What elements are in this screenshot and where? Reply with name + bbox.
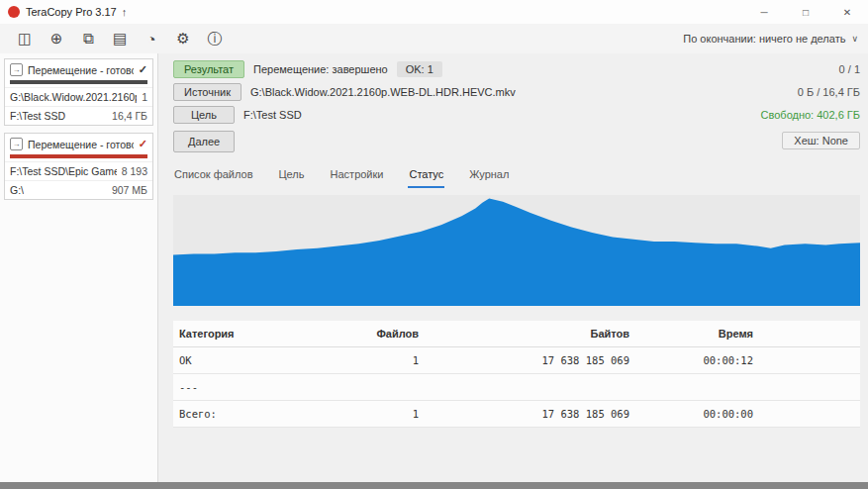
bytes-progress: 0 Б / 16,4 ГБ <box>798 86 860 98</box>
task-title: Перемещение - готово <box>28 139 134 150</box>
source-row: Источник G:\Black.Widow.2021.2160p.WEB-D… <box>173 83 860 101</box>
stats-row-separator: --- <box>173 374 860 401</box>
task-header: → Перемещение - готово ✓ <box>5 59 152 80</box>
ok-count-badge: OK: 1 <box>397 61 442 77</box>
info-icon[interactable]: ⓘ <box>200 26 230 51</box>
tab-target[interactable]: Цель <box>277 164 305 188</box>
cell-category: OK <box>179 354 328 366</box>
free-space-text: Свободно: 402,6 ГБ <box>761 109 860 121</box>
history-icon[interactable]: ◔ <box>137 26 166 51</box>
task-done-check-icon: ✓ <box>139 63 147 76</box>
task-header: → Перемещение - готово ✓ <box>5 134 152 154</box>
col-category: Категория <box>179 328 328 340</box>
task-target-path: F:\Test SSD <box>10 110 65 122</box>
stats-row-ok: OK 1 17 638 185 069 00:00:12 <box>173 347 860 374</box>
task-sidebar: → Перемещение - готово ✓ G:\Black.Widow.… <box>0 53 158 482</box>
task-file-count: 1 <box>142 91 147 103</box>
cell-files: 1 <box>328 354 419 366</box>
speed-chart-svg <box>173 195 860 306</box>
target-row: Цель F:\Test SSD Свободно: 402,6 ГБ <box>173 106 860 124</box>
add-task-icon[interactable]: ⊕ <box>42 26 71 51</box>
cell-category: Всего: <box>179 408 328 420</box>
on-finish-dropdown[interactable]: По окончании: ничего не делать ∨ <box>683 33 858 45</box>
col-files: Файлов <box>328 328 419 340</box>
source-path: G:\Black.Widow.2021.2160p.WEB-DL.HDR.HEV… <box>250 86 516 98</box>
next-button[interactable]: Далее <box>173 131 235 152</box>
move-task-icon: → <box>10 138 23 150</box>
task-title: Перемещение - готово <box>28 64 134 76</box>
hash-badge[interactable]: Хеш: None <box>782 132 860 149</box>
result-status-text: Перемещение: завершено <box>253 63 388 75</box>
chevron-down-icon: ∨ <box>851 34 858 44</box>
teracopy-window: TeraCopy Pro 3.17 ↑ ─ □ ✕ ◫ ⊕ ⧉ ▤ ◔ ⚙ ⓘ … <box>0 0 868 489</box>
settings-gear-icon[interactable]: ⚙ <box>168 26 198 51</box>
cell-bytes: 17 638 185 069 <box>419 408 629 420</box>
task-bar-1 <box>10 154 147 158</box>
progress-count: 0 / 1 <box>839 63 860 75</box>
col-bytes: Байтов <box>419 328 629 340</box>
maximize-button[interactable]: □ <box>785 0 826 24</box>
tab-file-list[interactable]: Список файлов <box>173 164 253 188</box>
tab-log[interactable]: Журнал <box>468 164 510 188</box>
move-task-icon: → <box>10 63 23 76</box>
cell-bytes: 17 638 185 069 <box>419 354 629 366</box>
titlebar: TeraCopy Pro 3.17 ↑ ─ □ ✕ <box>0 0 868 24</box>
task-card-1[interactable]: → Перемещение - готово ✓ G:\Black.Widow.… <box>4 58 153 126</box>
content-area: → Перемещение - готово ✓ G:\Black.Widow.… <box>0 53 868 482</box>
stats-row-total: Всего: 1 17 638 185 069 00:00:00 <box>173 401 860 428</box>
tab-bar: Список файлов Цель Настройки Статус Журн… <box>173 164 860 188</box>
task-card-2[interactable]: → Перемещение - готово ✓ F:\Test SSD\Epi… <box>4 133 153 200</box>
task-source-path: G:\Black.Widow.2021.2160p.WE <box>10 91 137 103</box>
main-panel: Результат Перемещение: завершено OK: 1 0… <box>158 53 868 482</box>
task-source-row: G:\Black.Widow.2021.2160p.WE 1 <box>5 87 152 106</box>
teracopy-logo-icon <box>8 6 20 18</box>
next-row: Далее Хеш: None <box>173 129 860 152</box>
task-source-row: F:\Test SSD\Epic Games\ 8 193 <box>5 161 152 180</box>
cell-time: 00:00:00 <box>629 408 753 420</box>
task-size: 907 МБ <box>112 184 147 196</box>
result-button[interactable]: Результат <box>173 60 244 78</box>
window-controls: ─ □ ✕ <box>743 0 868 24</box>
copy-icon[interactable]: ⧉ <box>73 26 103 51</box>
target-path: F:\Test SSD <box>243 109 302 121</box>
close-button[interactable]: ✕ <box>826 0 868 24</box>
task-size: 16,4 ГБ <box>112 110 147 122</box>
cell-category: --- <box>179 381 328 393</box>
update-arrow-icon[interactable]: ↑ <box>122 6 128 18</box>
on-finish-label: По окончании: ничего не делать <box>683 33 845 45</box>
task-source-path: F:\Test SSD\Epic Games\ <box>10 165 117 177</box>
minimize-button[interactable]: ─ <box>743 0 785 24</box>
tab-settings[interactable]: Настройки <box>330 164 385 188</box>
window-bottom-edge <box>0 482 868 489</box>
task-target-row: G:\ 907 МБ <box>5 180 152 199</box>
task-bar-0 <box>10 80 147 84</box>
toolbar: ◫ ⊕ ⧉ ▤ ◔ ⚙ ⓘ По окончании: ничего не де… <box>0 24 868 53</box>
stats-table: Категория Файлов Байтов Время OK 1 17 63… <box>173 321 860 428</box>
task-target-path: G:\ <box>10 184 24 196</box>
task-done-check-icon: ✓ <box>139 138 147 150</box>
result-row: Результат Перемещение: завершено OK: 1 0… <box>173 60 860 78</box>
speed-chart <box>173 195 860 306</box>
window-title: TeraCopy Pro 3.17 <box>26 6 117 18</box>
col-time: Время <box>629 328 753 340</box>
task-file-count: 8 193 <box>122 165 147 177</box>
dual-pane-icon[interactable]: ◫ <box>10 26 40 51</box>
stats-header-row: Категория Файлов Байтов Время <box>173 321 860 347</box>
cell-files: 1 <box>328 408 419 420</box>
target-button[interactable]: Цель <box>173 106 235 124</box>
task-target-row: F:\Test SSD 16,4 ГБ <box>5 106 152 125</box>
stack-icon[interactable]: ▤ <box>105 26 135 51</box>
cell-time: 00:00:12 <box>629 354 753 366</box>
tab-status[interactable]: Статус <box>408 164 444 188</box>
source-button[interactable]: Источник <box>173 83 241 101</box>
